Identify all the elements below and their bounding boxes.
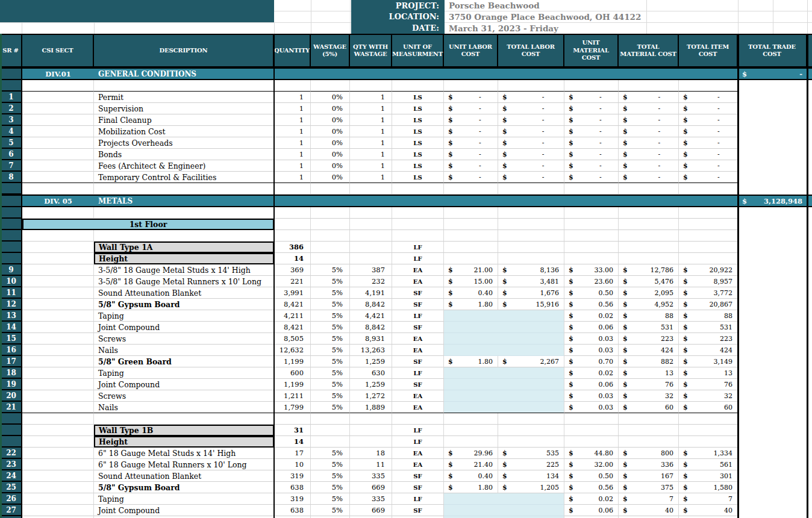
tmc-cell[interactable]: $76 xyxy=(619,379,679,390)
empty-cell[interactable] xyxy=(444,207,498,219)
tic-cell[interactable]: $- xyxy=(679,160,738,172)
wall-type-label[interactable]: Wall Type 1B xyxy=(94,425,274,436)
col-header-total-item-cost[interactable]: TOTAL ITEM COST xyxy=(679,35,738,66)
description-cell[interactable]: Joint Compound xyxy=(94,379,274,390)
empty-cell[interactable] xyxy=(619,230,679,242)
quantity-cell[interactable]: 319 xyxy=(274,470,311,482)
tic-cell[interactable]: $20,867 xyxy=(679,299,738,310)
qty-wastage-cell[interactable]: 1,889 xyxy=(350,402,392,413)
description-cell[interactable]: Taping xyxy=(94,310,274,322)
uom-cell[interactable]: LF xyxy=(392,425,444,436)
sr-cell[interactable]: 17 xyxy=(0,356,22,367)
uom-cell[interactable]: SF xyxy=(392,482,444,493)
quantity-cell[interactable]: 369 xyxy=(274,264,311,276)
tlc-cell[interactable]: $535 xyxy=(498,448,564,459)
csi-cell[interactable] xyxy=(22,402,94,413)
wastage-cell[interactable] xyxy=(311,253,350,264)
tmc-cell[interactable]: $- xyxy=(619,103,679,114)
trade-cell[interactable] xyxy=(738,149,807,160)
sr-cell[interactable] xyxy=(0,219,22,230)
qty-wastage-cell[interactable]: 1 xyxy=(350,92,392,103)
wastage-cell[interactable]: 5% xyxy=(311,287,350,299)
description-cell[interactable]: 5/8" Gypsum Board xyxy=(94,299,274,310)
tic-cell[interactable]: $32 xyxy=(679,390,738,402)
description-cell[interactable]: 6" 18 Gauge Metal Runners x 10' Long xyxy=(94,459,274,470)
description-cell[interactable]: Bonds xyxy=(94,149,274,160)
quantity-cell[interactable]: 1,211 xyxy=(274,390,311,402)
tlc-cell[interactable]: $- xyxy=(498,92,564,103)
empty-cell[interactable] xyxy=(564,425,619,436)
description-cell[interactable]: Supervision xyxy=(94,103,274,114)
trade-cell[interactable] xyxy=(738,402,807,413)
col-header-sr[interactable]: SR # xyxy=(0,35,22,66)
empty-cell[interactable] xyxy=(679,436,738,448)
csi-cell[interactable] xyxy=(22,264,94,276)
labor-cost-blue-cell[interactable] xyxy=(444,390,564,402)
empty-cell[interactable] xyxy=(498,183,564,195)
tmc-cell[interactable]: $2,095 xyxy=(619,287,679,299)
empty-cell[interactable] xyxy=(392,219,444,230)
tic-cell[interactable]: $- xyxy=(679,103,738,114)
umc-cell[interactable]: $- xyxy=(564,92,619,103)
empty-cell[interactable] xyxy=(350,80,392,92)
description-cell[interactable]: Projects Overheads xyxy=(94,137,274,149)
quantity-cell[interactable]: 17 xyxy=(274,448,311,459)
wastage-cell[interactable] xyxy=(311,242,350,253)
description-cell[interactable]: Mobilization Cost xyxy=(94,126,274,137)
division-code[interactable]: DIV. 05 xyxy=(22,195,94,206)
quantity-cell[interactable]: 1,199 xyxy=(274,356,311,367)
quantity-cell[interactable]: 1 xyxy=(274,92,311,103)
col-header-qty-with-wastage[interactable]: QTY WITH WASTAGE xyxy=(350,35,392,66)
sr-cell[interactable]: 23 xyxy=(0,459,22,470)
qty-wastage-cell[interactable]: 630 xyxy=(350,367,392,379)
wastage-cell[interactable]: 5% xyxy=(311,310,350,322)
quantity-cell[interactable]: 10 xyxy=(274,459,311,470)
trade-total-cell[interactable]: $- xyxy=(738,67,807,79)
empty-cell[interactable] xyxy=(274,80,311,92)
division-title[interactable]: GENERAL CONDITIONS xyxy=(94,67,738,79)
wastage-cell[interactable]: 5% xyxy=(311,459,350,470)
trade-cell[interactable] xyxy=(738,436,807,448)
project-label-cell[interactable]: PROJECT: xyxy=(351,0,445,11)
csi-cell[interactable] xyxy=(22,425,94,436)
tic-cell[interactable]: $424 xyxy=(679,345,738,356)
sr-cell[interactable]: 6 xyxy=(0,149,22,160)
tlc-cell[interactable]: $1,205 xyxy=(498,482,564,493)
tic-cell[interactable]: $40 xyxy=(679,505,738,516)
tmc-cell[interactable]: $- xyxy=(619,114,679,126)
tlc-cell[interactable]: $- xyxy=(498,160,564,172)
wastage-cell[interactable]: 0% xyxy=(311,160,350,172)
tmc-cell[interactable]: $88 xyxy=(619,310,679,322)
tic-cell[interactable]: $3,149 xyxy=(679,356,738,367)
empty-cell[interactable] xyxy=(679,242,738,253)
empty-cell[interactable] xyxy=(564,80,619,92)
wastage-cell[interactable]: 5% xyxy=(311,322,350,333)
sr-cell[interactable]: 25 xyxy=(0,482,22,493)
umc-cell[interactable]: $- xyxy=(564,103,619,114)
trade-cell[interactable] xyxy=(738,448,807,459)
tlc-cell[interactable]: $8,136 xyxy=(498,264,564,276)
sr-cell[interactable]: 4 xyxy=(0,126,22,137)
sr-cell[interactable] xyxy=(0,413,22,425)
quantity-cell[interactable]: 221 xyxy=(274,276,311,287)
uom-cell[interactable]: LS xyxy=(392,137,444,149)
description-cell[interactable]: Taping xyxy=(94,367,274,379)
wastage-cell[interactable]: 5% xyxy=(311,470,350,482)
tmc-cell[interactable]: $167 xyxy=(619,470,679,482)
umc-cell[interactable]: $- xyxy=(564,149,619,160)
description-cell[interactable]: Joint Compound xyxy=(94,322,274,333)
description-cell[interactable]: Permit xyxy=(94,92,274,103)
labor-cost-blue-cell[interactable] xyxy=(444,333,564,345)
csi-cell[interactable] xyxy=(22,183,94,195)
wastage-cell[interactable]: 5% xyxy=(311,345,350,356)
date-label-cell[interactable]: DATE: xyxy=(351,22,445,34)
sr-cell[interactable] xyxy=(0,253,22,264)
labor-cost-blue-cell[interactable] xyxy=(444,310,564,322)
umc-cell[interactable]: $0.02 xyxy=(564,367,619,379)
empty-cell[interactable] xyxy=(444,219,498,230)
description-cell[interactable]: 5/8" Gypsum Board xyxy=(94,482,274,493)
empty-cell[interactable] xyxy=(619,425,679,436)
description-cell[interactable]: Nails xyxy=(94,345,274,356)
empty-cell[interactable] xyxy=(94,183,274,195)
description-cell[interactable]: Temporary Control & Facilities xyxy=(94,172,274,183)
